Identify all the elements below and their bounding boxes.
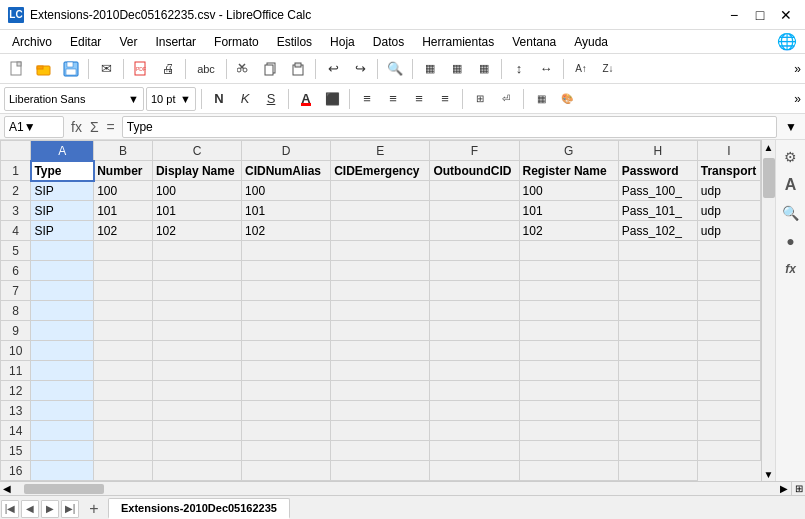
- cell[interactable]: [94, 281, 153, 301]
- cell[interactable]: [430, 261, 519, 281]
- cell[interactable]: [94, 441, 153, 461]
- cell[interactable]: [242, 461, 331, 481]
- cell[interactable]: [618, 261, 697, 281]
- cell[interactable]: [331, 381, 430, 401]
- cell[interactable]: 100: [242, 181, 331, 201]
- col-header-F[interactable]: F: [430, 141, 519, 161]
- hscroll-track[interactable]: [14, 482, 777, 495]
- cell[interactable]: [430, 401, 519, 421]
- cell[interactable]: [519, 321, 618, 341]
- export-pdf-button[interactable]: PDF: [128, 57, 154, 81]
- cell-ref-arrow[interactable]: ▼: [24, 120, 36, 134]
- insert-table-button[interactable]: ▦: [417, 57, 443, 81]
- cell[interactable]: [697, 241, 760, 261]
- sheet-next-button[interactable]: ▶: [41, 500, 59, 518]
- menu-estilos[interactable]: Estilos: [269, 32, 320, 52]
- row-height-button[interactable]: ↕: [506, 57, 532, 81]
- cell[interactable]: [618, 461, 697, 481]
- cell[interactable]: [430, 381, 519, 401]
- properties-icon[interactable]: ⚙: [778, 144, 804, 170]
- minimize-button[interactable]: −: [723, 4, 745, 26]
- navigator-icon[interactable]: 🔍: [778, 200, 804, 226]
- new-button[interactable]: [4, 57, 30, 81]
- cell[interactable]: [94, 421, 153, 441]
- cell[interactable]: [242, 241, 331, 261]
- cell[interactable]: [430, 321, 519, 341]
- cell[interactable]: [697, 401, 760, 421]
- cell[interactable]: [31, 301, 94, 321]
- cell[interactable]: OutboundCID: [430, 161, 519, 181]
- menu-datos[interactable]: Datos: [365, 32, 412, 52]
- insert-image-button[interactable]: ▦: [471, 57, 497, 81]
- scroll-track-v[interactable]: [762, 154, 775, 467]
- cell[interactable]: [242, 381, 331, 401]
- cell[interactable]: CIDNumAlias: [242, 161, 331, 181]
- cell[interactable]: [242, 421, 331, 441]
- cell[interactable]: [697, 341, 760, 361]
- sort-asc-button[interactable]: A↑: [568, 57, 594, 81]
- cell[interactable]: [519, 361, 618, 381]
- cell[interactable]: [152, 241, 241, 261]
- cell[interactable]: [697, 261, 760, 281]
- cell[interactable]: 102: [519, 221, 618, 241]
- redo-button[interactable]: ↪: [347, 57, 373, 81]
- cell[interactable]: [618, 301, 697, 321]
- cell[interactable]: [31, 361, 94, 381]
- cell[interactable]: 102: [94, 221, 153, 241]
- cell[interactable]: [519, 461, 618, 481]
- italic-button[interactable]: K: [233, 87, 257, 111]
- cell[interactable]: [697, 421, 760, 441]
- cell[interactable]: [519, 401, 618, 421]
- cell[interactable]: [94, 401, 153, 421]
- cell[interactable]: [152, 301, 241, 321]
- col-header-C[interactable]: C: [152, 141, 241, 161]
- cell[interactable]: 101: [519, 201, 618, 221]
- cell[interactable]: 102: [242, 221, 331, 241]
- font-color-button[interactable]: A: [294, 87, 318, 111]
- cell[interactable]: [152, 261, 241, 281]
- scroll-up-button[interactable]: ▲: [762, 140, 775, 154]
- cell[interactable]: [94, 461, 153, 481]
- cell[interactable]: [31, 381, 94, 401]
- col-header-A[interactable]: A: [31, 141, 94, 161]
- col-header-B[interactable]: B: [94, 141, 153, 161]
- cell[interactable]: [618, 281, 697, 301]
- align-justify-button[interactable]: ≡: [433, 87, 457, 111]
- background-color-button[interactable]: 🎨: [555, 87, 579, 111]
- cell[interactable]: 102: [152, 221, 241, 241]
- cell[interactable]: [618, 321, 697, 341]
- cell[interactable]: [242, 441, 331, 461]
- align-right-button[interactable]: ≡: [407, 87, 431, 111]
- col-header-H[interactable]: H: [618, 141, 697, 161]
- cell[interactable]: [519, 421, 618, 441]
- bold-button[interactable]: N: [207, 87, 231, 111]
- menu-insertar[interactable]: Insertar: [147, 32, 204, 52]
- cell[interactable]: udp: [697, 221, 760, 241]
- maximize-button[interactable]: □: [749, 4, 771, 26]
- cell[interactable]: [331, 301, 430, 321]
- sheet-first-button[interactable]: |◀: [1, 500, 19, 518]
- add-sheet-button[interactable]: +: [84, 499, 104, 519]
- cell[interactable]: [331, 281, 430, 301]
- copy-button[interactable]: [258, 57, 284, 81]
- cell[interactable]: [242, 301, 331, 321]
- toolbar-expand[interactable]: »: [794, 62, 801, 76]
- email-button[interactable]: ✉: [93, 57, 119, 81]
- cell[interactable]: 101: [94, 201, 153, 221]
- cell[interactable]: [697, 361, 760, 381]
- cell[interactable]: [331, 181, 430, 201]
- cell[interactable]: [519, 241, 618, 261]
- align-center-button[interactable]: ≡: [381, 87, 405, 111]
- close-button[interactable]: ✕: [775, 4, 797, 26]
- sheet-prev-button[interactable]: ◀: [21, 500, 39, 518]
- cell[interactable]: [331, 221, 430, 241]
- cell[interactable]: [331, 341, 430, 361]
- cell[interactable]: SIP: [31, 201, 94, 221]
- cell-reference-box[interactable]: A1 ▼: [4, 116, 64, 138]
- underline-button[interactable]: S: [259, 87, 283, 111]
- cell[interactable]: [94, 381, 153, 401]
- menu-archivo[interactable]: Archivo: [4, 32, 60, 52]
- cell[interactable]: [152, 401, 241, 421]
- col-header-E[interactable]: E: [331, 141, 430, 161]
- cell[interactable]: 100: [152, 181, 241, 201]
